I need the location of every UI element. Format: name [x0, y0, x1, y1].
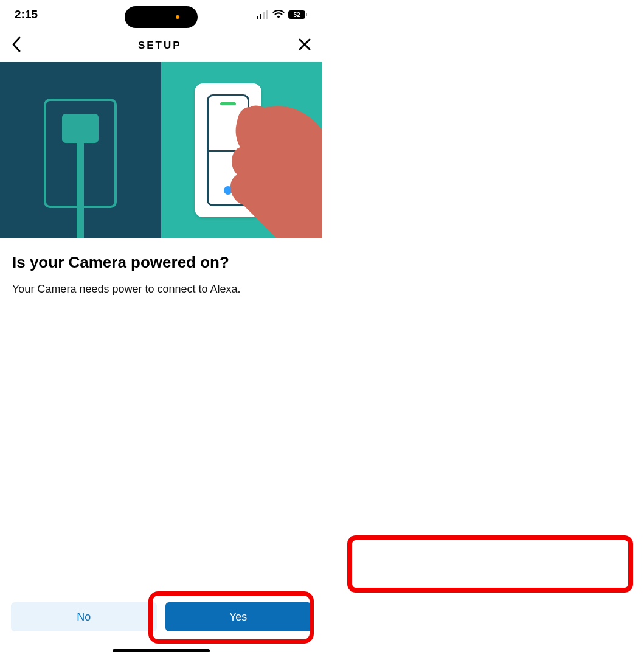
bottom-button-row: No Yes: [11, 602, 311, 631]
status-icons: 52: [257, 10, 308, 19]
dynamic-island: [125, 6, 198, 28]
nav-bar: SETUP: [0, 29, 322, 62]
svg-rect-3: [266, 10, 268, 19]
battery-icon: 52: [288, 10, 308, 19]
no-button[interactable]: No: [11, 602, 157, 631]
status-bar: 2:15 52: [0, 0, 322, 29]
svg-rect-0: [257, 16, 258, 19]
illustration-switch: [161, 62, 322, 238]
illustration: [0, 62, 322, 238]
home-indicator[interactable]: [113, 649, 210, 652]
status-time: 2:15: [15, 8, 38, 21]
close-icon[interactable]: [298, 37, 311, 54]
highlight-enable-link: [347, 535, 633, 593]
question-subtext: Your Camera needs power to connect to Al…: [12, 283, 310, 296]
svg-point-6: [237, 107, 261, 139]
cellular-icon: [257, 10, 269, 19]
svg-rect-2: [263, 12, 265, 19]
svg-rect-5: [306, 13, 307, 16]
illustration-outlet: [0, 62, 161, 238]
question-heading: Is your Camera powered on?: [12, 253, 310, 272]
content-area: Is your Camera powered on? Your Camera n…: [0, 238, 322, 310]
finger-icon: [228, 105, 322, 238]
yes-button[interactable]: Yes: [165, 602, 311, 631]
nav-title: SETUP: [138, 40, 182, 52]
battery-level: 52: [293, 12, 300, 18]
svg-rect-1: [260, 14, 261, 19]
back-icon[interactable]: [11, 36, 22, 56]
wifi-icon: [272, 10, 285, 19]
screenshot-setup: 2:15 52 SETUP: [0, 0, 322, 657]
